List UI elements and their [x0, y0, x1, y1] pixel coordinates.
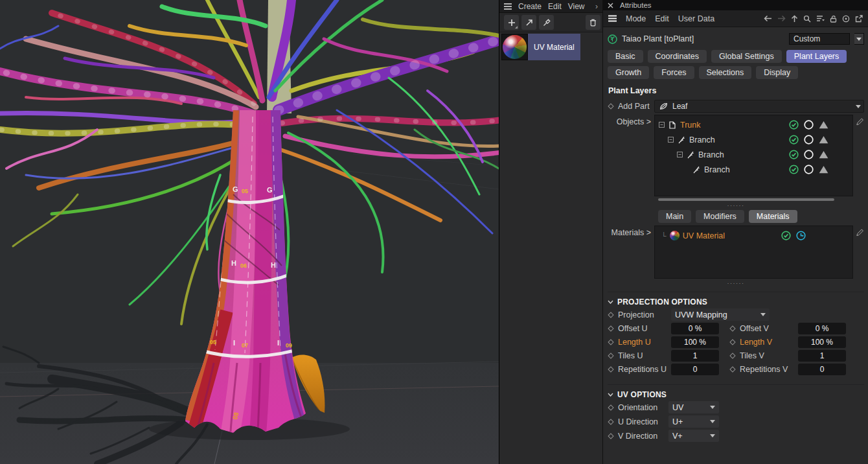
repetitions-u-field[interactable]: 0 — [671, 364, 719, 375]
parameter-diamond-icon[interactable] — [729, 325, 736, 332]
subtab-modifiers[interactable]: Modifiers — [696, 210, 744, 223]
parameter-diamond-icon[interactable] — [608, 312, 614, 318]
menu-edit[interactable]: Edit — [548, 2, 562, 11]
close-icon[interactable] — [608, 3, 613, 8]
menu-view[interactable]: View — [568, 2, 585, 11]
parameter-diamond-icon[interactable] — [729, 366, 736, 373]
length-v-field[interactable]: 100 % — [798, 336, 846, 348]
orientation-select[interactable]: UV — [668, 401, 719, 413]
tab-global-settings[interactable]: Global Settings — [711, 50, 782, 63]
delete-material-button[interactable] — [586, 15, 600, 30]
target-icon[interactable] — [842, 15, 850, 23]
splitter-handle[interactable]: ······ — [608, 281, 864, 286]
menu-edit[interactable]: Edit — [655, 14, 669, 23]
visibility-circle-icon[interactable] — [804, 120, 814, 130]
subtab-main[interactable]: Main — [658, 210, 691, 223]
offset-v-field[interactable]: 0 % — [798, 323, 846, 334]
tiles-v-field[interactable]: 1 — [798, 350, 846, 362]
tiles-u-field[interactable]: 1 — [671, 350, 719, 362]
parameter-diamond-icon[interactable] — [608, 103, 614, 110]
search-icon[interactable] — [803, 15, 811, 23]
chevron-down-icon[interactable] — [710, 420, 715, 423]
tree-row-branch-2[interactable]: Branch — [655, 147, 852, 162]
tab-plant-layers[interactable]: Plant Layers — [786, 50, 847, 63]
horizontal-scrollbar[interactable] — [658, 198, 834, 201]
edit-pencil-icon[interactable] — [853, 226, 864, 279]
material-thumbnail[interactable] — [501, 34, 528, 60]
collapse-icon[interactable] — [668, 137, 674, 143]
parameter-diamond-icon[interactable] — [608, 433, 614, 439]
material-item-uv[interactable]: UV Material — [501, 34, 602, 60]
parameter-diamond-icon[interactable] — [608, 353, 614, 359]
up-icon[interactable] — [791, 15, 798, 23]
triangle-icon[interactable] — [819, 150, 828, 159]
parameter-diamond-icon[interactable] — [729, 339, 736, 345]
enabled-check-icon[interactable] — [781, 231, 791, 240]
parameter-diamond-icon[interactable] — [608, 325, 614, 332]
viewport-3d[interactable]: G 05 G H 06 H 05 I 07 I 09 08 — [0, 0, 499, 464]
material-item-label[interactable]: UV Material — [683, 231, 725, 240]
menu-icon[interactable] — [608, 15, 617, 22]
material-thumbnail-small[interactable] — [670, 231, 680, 240]
enabled-check-icon[interactable] — [789, 150, 799, 159]
projection-options-header[interactable]: PROJECTION OPTIONS — [608, 292, 864, 307]
menu-icon[interactable] — [504, 3, 512, 10]
instance-clock-icon[interactable] — [796, 231, 806, 240]
back-icon[interactable] — [764, 15, 772, 22]
tree-item-label[interactable]: Branch — [689, 135, 715, 145]
enabled-check-icon[interactable] — [789, 165, 799, 174]
add-part-select[interactable]: Leaf — [654, 100, 864, 113]
subtab-materials[interactable]: Materials — [749, 210, 797, 223]
length-u-field[interactable]: 100 % — [671, 336, 719, 348]
parameter-diamond-icon[interactable] — [608, 404, 614, 411]
tab-display[interactable]: Display — [756, 66, 798, 79]
tab-coordinates[interactable]: Coordinates — [648, 50, 707, 63]
menu-mode[interactable]: Mode — [626, 14, 646, 23]
materials-label[interactable]: Materials > — [608, 226, 654, 279]
filter-icon[interactable] — [816, 15, 825, 22]
lock-icon[interactable] — [830, 15, 837, 23]
enabled-check-icon[interactable] — [789, 135, 799, 145]
repetitions-v-field[interactable]: 0 — [798, 364, 846, 375]
parameter-diamond-icon[interactable] — [608, 419, 614, 425]
parameter-diamond-icon[interactable] — [608, 366, 614, 373]
new-window-icon[interactable] — [855, 15, 863, 23]
menu-overflow-icon[interactable]: › — [595, 2, 598, 11]
visibility-circle-icon[interactable] — [804, 165, 814, 174]
tree-row-branch-1[interactable]: Branch — [655, 132, 852, 147]
tab-selections[interactable]: Selections — [699, 66, 752, 79]
visibility-circle-icon[interactable] — [804, 135, 814, 145]
tree-item-label[interactable]: Trunk — [680, 121, 701, 130]
triangle-icon[interactable] — [819, 165, 828, 174]
tree-item-label[interactable]: Branch — [698, 150, 724, 159]
tree-item-label[interactable]: Branch — [704, 165, 730, 174]
triangle-icon[interactable] — [819, 121, 828, 129]
tree-row-branch-3[interactable]: Branch — [655, 162, 852, 177]
tree-row-trunk[interactable]: Trunk — [655, 117, 852, 132]
collapse-icon[interactable] — [659, 122, 665, 128]
viewport-canvas[interactable]: G 05 G H 06 H 05 I 07 I 09 08 — [0, 0, 499, 464]
parameter-diamond-icon[interactable] — [729, 353, 736, 359]
parameter-diamond-icon[interactable] — [608, 339, 614, 345]
menu-user-data[interactable]: User Data — [678, 14, 714, 23]
offset-u-field[interactable]: 0 % — [671, 323, 719, 334]
projection-select[interactable]: UVW Mapping — [671, 308, 770, 321]
enabled-check-icon[interactable] — [789, 120, 799, 130]
visibility-circle-icon[interactable] — [804, 150, 814, 159]
tab-forces[interactable]: Forces — [654, 66, 694, 79]
edit-pencil-icon[interactable] — [853, 115, 864, 196]
preset-select[interactable]: Custom — [789, 33, 850, 45]
chevron-down-icon[interactable] — [710, 434, 715, 437]
menu-create[interactable]: Create — [518, 2, 542, 11]
tab-growth[interactable]: Growth — [608, 66, 649, 79]
uv-options-header[interactable]: UV OPTIONS — [608, 384, 864, 399]
objects-label[interactable]: Objects > — [608, 115, 654, 196]
tab-basic[interactable]: Basic — [608, 50, 643, 63]
v-direction-select[interactable]: V+ — [668, 430, 719, 442]
material-tree-row[interactable]: └ UV Material — [655, 228, 852, 243]
assign-material-button[interactable] — [521, 15, 536, 30]
chevron-down-icon[interactable] — [856, 105, 861, 108]
eyedropper-icon[interactable] — [539, 15, 554, 30]
chevron-down-icon[interactable] — [710, 406, 715, 409]
material-name-label[interactable]: UV Material — [528, 34, 580, 60]
